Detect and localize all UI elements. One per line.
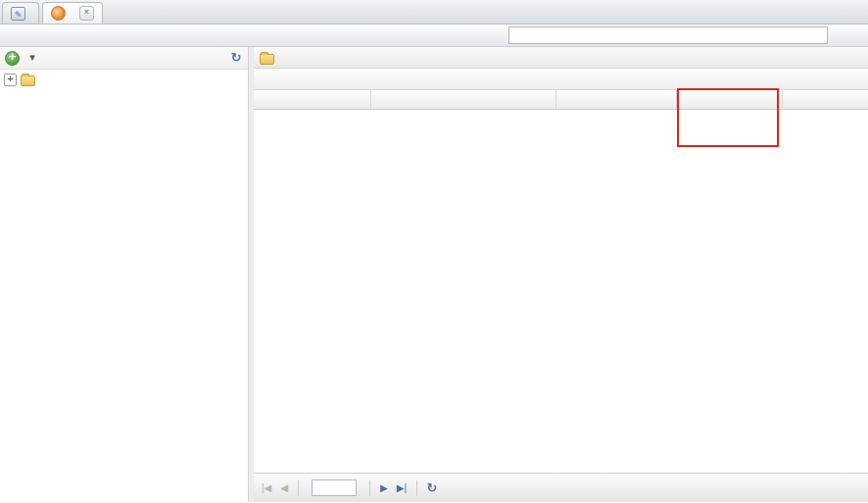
profiles-input[interactable] <box>508 26 828 44</box>
divider <box>369 480 370 496</box>
console-icon <box>51 6 66 21</box>
page-number-input[interactable] <box>312 479 357 496</box>
tab-home[interactable] <box>2 2 39 24</box>
refresh-icon[interactable] <box>229 51 243 65</box>
grid-toolbar <box>254 69 868 90</box>
sidebar-create-toolbar <box>0 47 248 70</box>
grid-body <box>254 110 868 473</box>
home-icon <box>11 7 25 21</box>
column-header-code[interactable] <box>371 90 556 109</box>
content-area: + |◀ ◀ <box>0 47 868 502</box>
tab-bar: × <box>0 0 868 25</box>
chevron-down-icon <box>28 51 36 65</box>
divider <box>416 480 417 496</box>
tab-admin-console[interactable]: × <box>42 2 103 24</box>
add-icon <box>5 51 20 66</box>
last-page-icon[interactable]: ▶| <box>395 482 409 493</box>
next-page-icon[interactable]: ▶ <box>378 482 390 493</box>
profiles-bar <box>0 25 868 47</box>
paging-toolbar: |◀ ◀ ▶ ▶| <box>254 473 868 502</box>
column-header-group[interactable] <box>556 90 677 109</box>
folder-icon <box>21 75 35 86</box>
column-header-unused[interactable] <box>677 90 783 109</box>
main-panel: |◀ ◀ ▶ ▶| <box>254 47 868 502</box>
first-page-icon[interactable]: |◀ <box>260 482 273 493</box>
sidebar-panel-body-filler <box>0 89 248 502</box>
column-header-name[interactable] <box>254 90 371 109</box>
admin-console-app: × + <box>0 0 868 503</box>
close-icon[interactable]: × <box>79 6 94 21</box>
sidebar: + <box>0 47 249 502</box>
tree-node-package-list[interactable]: + <box>0 70 248 89</box>
folder-icon <box>260 54 274 65</box>
prev-page-icon[interactable]: ◀ <box>278 482 290 493</box>
tree-expand-icon[interactable]: + <box>4 74 17 86</box>
main-panel-header <box>254 47 868 69</box>
refresh-icon[interactable] <box>425 481 439 495</box>
divider <box>298 480 299 496</box>
grid-column-headers <box>254 90 868 110</box>
